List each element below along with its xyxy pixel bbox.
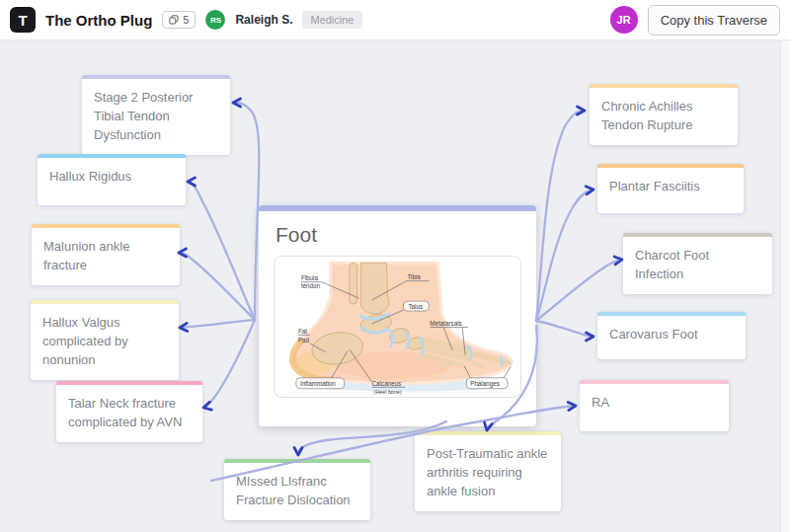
category-chip: Medicine (302, 11, 361, 29)
node-label: Post-Traumatic ankle arthritis requiring… (427, 445, 549, 501)
label-heel-bone: (Heel bone) (374, 389, 402, 395)
node-label: RA (592, 394, 717, 413)
edge-to-malunion-ankle-fracture (179, 253, 255, 320)
label-inflammation: Inflammation (300, 380, 336, 387)
copies-count: 5 (183, 14, 189, 26)
node-missed-lisfranc[interactable]: MIssed LIsfranc Fracture Dislocation (224, 459, 370, 520)
node-chronic-achilles-rupture[interactable]: Chronic Achilles Tendon Rupture (590, 84, 738, 145)
tibia-bone (360, 263, 388, 314)
label-fibula: Fibula (301, 274, 319, 281)
author-name: Raleigh S. (235, 13, 292, 27)
author-avatar[interactable]: RS (205, 10, 225, 30)
fibula-bone (350, 263, 357, 304)
edge-to-plantar-fasciitis (536, 190, 593, 321)
node-hallux-valgus-nonunion[interactable]: Hallux Valgus complicated by nonunion (31, 300, 179, 380)
author-initials: RS (210, 16, 221, 25)
label-pad: Pad (298, 337, 310, 343)
edge-to-stage2-pttd (233, 103, 259, 320)
node-label: Stage 2 Posterior Tibial Tendon Dysfunct… (94, 89, 218, 145)
edge-to-chronic-achilles-rupture (536, 111, 585, 321)
node-label: Hallux Valgus complicated by nonunion (42, 314, 167, 370)
scrollbar-track[interactable] (780, 40, 790, 532)
label-calcaneus: Calcaneus (372, 380, 402, 387)
edge-to-talar-neck-avn (203, 320, 255, 408)
user-avatar[interactable]: JR (610, 6, 638, 34)
node-malunion-ankle-fracture[interactable]: Malunion ankle fracture (32, 224, 180, 285)
node-label: Carovarus Foot (609, 326, 734, 344)
node-ra[interactable]: RA (580, 380, 729, 431)
copies-badge: 5 (162, 11, 196, 29)
node-plantar-fasciitis[interactable]: Plantar Fasciitis (597, 164, 744, 213)
user-initials: JR (617, 14, 631, 26)
foot-node[interactable]: Foot (259, 205, 536, 426)
node-stage2-pttd[interactable]: Stage 2 Posterior Tibial Tendon Dysfunct… (82, 75, 230, 155)
board-title: The Ortho Plug (45, 12, 152, 29)
node-label: Talar Neck fracture complicated by AVN (68, 395, 191, 432)
node-label: Hallux Rigidus (49, 168, 174, 187)
node-post-traumatic-arthritis[interactable]: Post-Traumatic ankle arthritis requiring… (415, 431, 561, 511)
app-logo-letter: T (18, 12, 27, 29)
copy-traverse-button[interactable]: Copy this Traverse (648, 5, 780, 36)
node-label: Chronic Achilles Tendon Rupture (601, 98, 726, 135)
header: T The Ortho Plug 5 RS Raleigh S. Medicin… (0, 0, 790, 40)
label-talus: Talus (408, 303, 423, 310)
node-hallux-rigidus[interactable]: Hallux Rigidus (38, 154, 186, 205)
edge-to-carovarus-foot (536, 321, 593, 337)
copies-icon (169, 15, 179, 25)
foot-anatomy-image: Fibula tendon Tibia Talus Metatarsals Fa… (274, 256, 521, 398)
app-logo[interactable]: T (10, 7, 36, 33)
node-label: Malunion ankle fracture (43, 238, 168, 275)
node-talar-neck-avn[interactable]: Talar Neck fracture complicated by AVN (56, 381, 202, 442)
edge-to-hallux-valgus-nonunion (180, 320, 255, 328)
label-fat: Fat (298, 328, 307, 335)
node-label: Plantar Fasciitis (609, 178, 732, 196)
node-charcot-foot-infection[interactable]: Charcot Foot Infection (623, 233, 772, 294)
foot-node-title: Foot (276, 223, 521, 247)
label-metatarsals: Metatarsals (430, 320, 461, 327)
label-tendon: tendon (301, 282, 321, 289)
label-phalanges: Phalanges (470, 380, 500, 388)
edge-to-hallux-rigidus (188, 182, 255, 320)
label-tibia: Tibia (407, 273, 421, 280)
canvas[interactable]: Stage 2 Posterior Tibial Tendon Dysfunct… (0, 0, 790, 532)
node-label: MIssed LIsfranc Fracture Dislocation (236, 473, 358, 510)
node-label: Charcot Foot Infection (635, 247, 760, 284)
node-carovarus-foot[interactable]: Carovarus Foot (597, 312, 746, 359)
